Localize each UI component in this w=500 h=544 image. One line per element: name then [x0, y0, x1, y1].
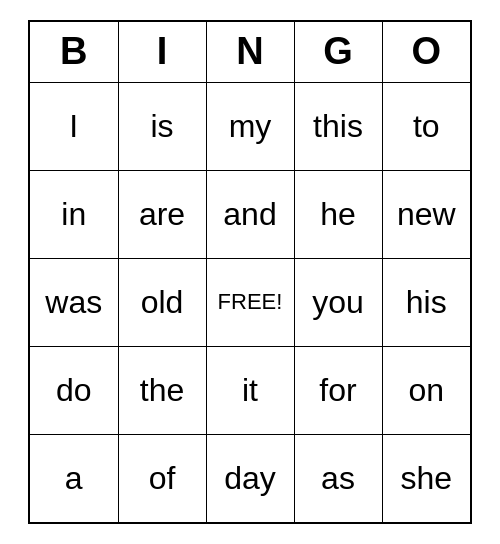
bingo-cell: in	[30, 170, 118, 258]
bingo-cell: this	[294, 82, 382, 170]
bingo-cell: he	[294, 170, 382, 258]
bingo-cell: to	[382, 82, 470, 170]
bingo-cell: as	[294, 434, 382, 522]
bingo-cell: old	[118, 258, 206, 346]
bingo-cell: do	[30, 346, 118, 434]
bingo-cell: she	[382, 434, 470, 522]
header-cell-i: I	[118, 22, 206, 82]
bingo-cell: his	[382, 258, 470, 346]
bingo-cell: a	[30, 434, 118, 522]
bingo-card: BINGO IismythistoinareandhenewwasoldFREE…	[28, 20, 472, 524]
bingo-cell: are	[118, 170, 206, 258]
bingo-row: dotheitforon	[30, 346, 470, 434]
header-cell-b: B	[30, 22, 118, 82]
bingo-cell: is	[118, 82, 206, 170]
bingo-cell: I	[30, 82, 118, 170]
bingo-cell: new	[382, 170, 470, 258]
bingo-row: Iismythisto	[30, 82, 470, 170]
bingo-cell: you	[294, 258, 382, 346]
header-cell-o: O	[382, 22, 470, 82]
bingo-cell: it	[206, 346, 294, 434]
bingo-cell: the	[118, 346, 206, 434]
bingo-cell: for	[294, 346, 382, 434]
bingo-cell: of	[118, 434, 206, 522]
bingo-cell: FREE!	[206, 258, 294, 346]
header-row: BINGO	[30, 22, 470, 82]
bingo-cell: day	[206, 434, 294, 522]
header-cell-n: N	[206, 22, 294, 82]
bingo-cell: on	[382, 346, 470, 434]
bingo-row: wasoldFREE!youhis	[30, 258, 470, 346]
bingo-row: aofdayasshe	[30, 434, 470, 522]
bingo-cell: was	[30, 258, 118, 346]
bingo-cell: and	[206, 170, 294, 258]
bingo-cell: my	[206, 82, 294, 170]
header-cell-g: G	[294, 22, 382, 82]
bingo-row: inareandhenew	[30, 170, 470, 258]
bingo-table: BINGO IismythistoinareandhenewwasoldFREE…	[30, 22, 470, 522]
